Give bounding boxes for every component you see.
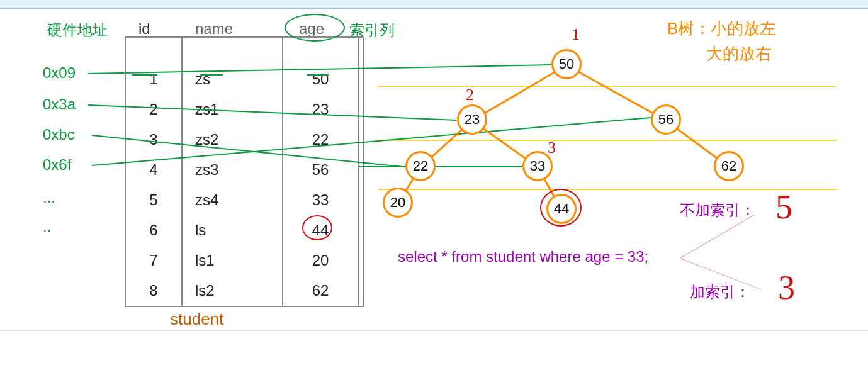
cell-name-7: ls2: [183, 276, 282, 306]
cell-id-6: 7: [126, 245, 181, 276]
btree-desc-1: B树：小的放左: [667, 18, 776, 40]
red-anno-1: 1: [572, 25, 580, 44]
cell-age-6: 20: [283, 245, 358, 276]
addr-0: 0x09: [43, 64, 76, 82]
cell-name-3: zs3: [183, 155, 282, 185]
cell-id-0: 1: [126, 64, 181, 94]
addr-4: ...: [43, 189, 55, 206]
with-index-label: 加索引：: [690, 282, 750, 302]
red-anno-2: 2: [466, 86, 474, 104]
tree-node-56: 56: [651, 104, 681, 135]
yellow-line-3: [378, 189, 837, 190]
red-anno-3: 3: [548, 138, 556, 157]
bottom-cutoff: [0, 330, 868, 331]
tree-44-circle: [540, 189, 582, 227]
student-table: 1 2 3 4 5 6 7 8 zs zs1 zs2 zs3 zs4 ls ls…: [125, 36, 364, 307]
cell-age-7: 62: [283, 276, 358, 306]
addr-5: ..: [43, 218, 51, 235]
cell-age-1: 23: [283, 94, 358, 125]
age-header-circle: [285, 14, 345, 42]
tree-node-23: 23: [457, 104, 487, 135]
btree-desc-2: 大的放右: [706, 43, 772, 65]
strike-age-1: [307, 74, 329, 76]
strike-id-1: [132, 74, 157, 76]
cell-age-2: 22: [283, 125, 358, 155]
tree-node-20: 20: [383, 188, 413, 218]
tree-node-50: 50: [551, 49, 582, 79]
top-bar: [0, 0, 868, 9]
edge-n50-n23: [471, 64, 567, 121]
tree-node-62: 62: [714, 151, 744, 181]
header-id: id: [138, 20, 150, 38]
yellow-line-2: [378, 140, 837, 141]
cell-id-4: 5: [126, 185, 181, 215]
sql-query: select * from student where age = 33;: [398, 248, 648, 266]
strike-name-1: [200, 74, 223, 76]
cell-age-3: 56: [283, 155, 358, 185]
age-44-circle: [302, 215, 332, 240]
table-name-label: student: [170, 310, 223, 329]
no-index-value: 5: [775, 188, 792, 227]
addr-3: 0x6f: [43, 156, 71, 174]
header-hw-addr: 硬件地址: [47, 20, 108, 40]
header-name: name: [195, 20, 233, 38]
cell-age-4: 33: [283, 185, 358, 215]
addr-1: 0x3a: [43, 96, 76, 113]
cell-name-6: ls1: [183, 245, 282, 276]
tree-node-33: 33: [522, 151, 553, 181]
pink-line-1: [680, 214, 756, 259]
cell-name-5: ls: [183, 215, 282, 245]
cell-name-0: zs: [183, 64, 282, 94]
green-line-4: [359, 166, 522, 167]
cell-id-7: 8: [126, 276, 181, 306]
tree-node-22: 22: [405, 151, 436, 181]
with-index-value: 3: [778, 268, 795, 307]
cell-name-4: zs4: [183, 185, 282, 215]
edge-n50-n56: [566, 64, 666, 121]
cell-id-1: 2: [126, 94, 181, 125]
addr-2: 0xbc: [43, 126, 75, 143]
cell-id-5: 6: [126, 215, 181, 245]
no-index-label: 不加索引：: [680, 200, 755, 220]
